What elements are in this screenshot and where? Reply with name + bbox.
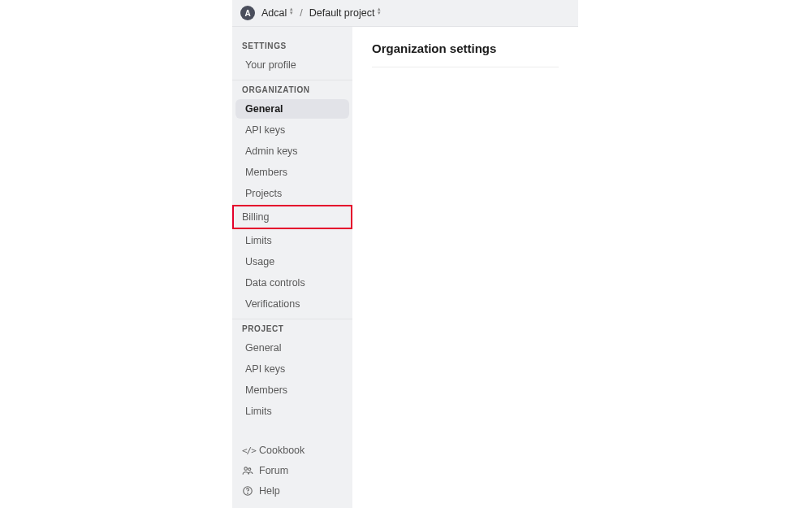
sidebar-item-project-general[interactable]: General [235,338,349,358]
section-header: SETTINGS [232,38,352,55]
sidebar-item-usage[interactable]: Usage [235,252,349,271]
sidebar: SETTINGS Your profile ORGANIZATION Gener… [232,27,352,508]
sidebar-footer: Cookbook Forum Help [232,436,352,508]
sidebar-item-general[interactable]: General [235,99,349,119]
sidebar-section-project: PROJECT General API keys Members Limits [232,321,352,426]
sidebar-item-project-limits[interactable]: Limits [235,402,349,421]
footer-label: Forum [259,465,288,476]
sidebar-item-members[interactable]: Members [235,163,349,182]
chevrons-up-down-icon: ▴▾ [290,9,293,17]
sidebar-scroll: SETTINGS Your profile ORGANIZATION Gener… [232,38,352,436]
breadcrumb-project[interactable]: Default project ▴▾ [308,6,383,20]
sidebar-section-organization: ORGANIZATION General API keys Admin keys… [232,82,352,319]
users-icon [242,465,253,476]
sidebar-item-your-profile[interactable]: Your profile [235,55,349,75]
topbar: A Adcal ▴▾ / Default project ▴▾ [232,0,578,26]
page-title: Organization settings [372,41,559,67]
sidebar-section-settings: SETTINGS Your profile [232,38,352,80]
sidebar-item-limits[interactable]: Limits [235,231,349,250]
footer-help[interactable]: Help [235,481,349,501]
svg-point-1 [248,468,251,471]
sidebar-item-projects[interactable]: Projects [235,184,349,203]
sidebar-item-verifications[interactable]: Verifications [235,294,349,314]
code-icon [242,445,253,456]
footer-forum[interactable]: Forum [235,461,349,480]
body: SETTINGS Your profile ORGANIZATION Gener… [232,26,578,508]
help-icon [242,485,253,497]
breadcrumb-org-label: Adcal [261,7,287,19]
sidebar-item-billing[interactable]: Billing [232,205,352,229]
footer-label: Help [259,485,280,497]
sidebar-item-api-keys[interactable]: API keys [235,120,349,140]
chevrons-up-down-icon: ▴▾ [378,9,381,17]
breadcrumb-org[interactable]: Adcal ▴▾ [260,6,295,20]
sidebar-item-data-controls[interactable]: Data controls [235,273,349,293]
sidebar-item-project-members[interactable]: Members [235,380,349,400]
svg-point-3 [248,493,248,494]
main-content: Organization settings [352,27,578,508]
org-avatar-letter: A [244,9,250,18]
breadcrumb-project-label: Default project [309,7,375,19]
breadcrumb-separator: / [300,7,302,19]
section-header: ORGANIZATION [232,82,352,99]
section-header: PROJECT [232,321,352,338]
footer-label: Cookbook [259,445,304,456]
sidebar-item-project-api-keys[interactable]: API keys [235,359,349,379]
footer-cookbook[interactable]: Cookbook [235,441,349,460]
sidebar-item-admin-keys[interactable]: Admin keys [235,141,349,161]
org-avatar[interactable]: A [240,6,255,20]
svg-point-0 [244,467,248,471]
app-container: A Adcal ▴▾ / Default project ▴▾ SETTINGS… [232,0,578,508]
